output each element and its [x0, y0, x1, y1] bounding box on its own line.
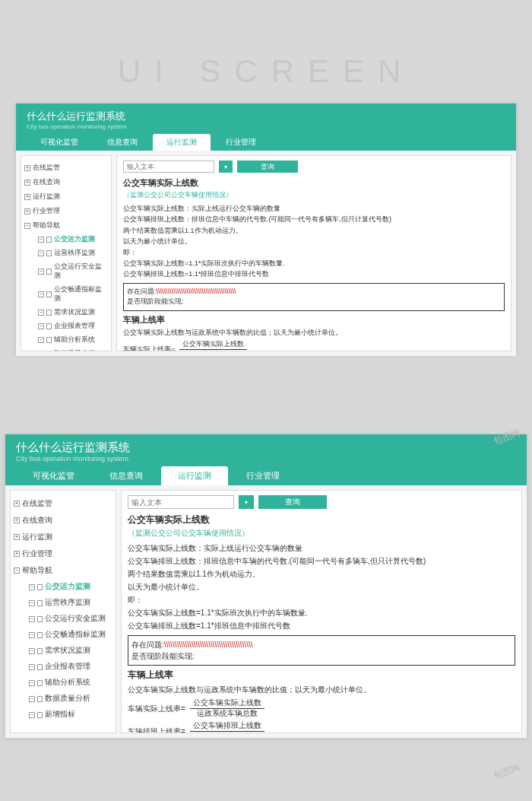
doc-icon [37, 600, 43, 606]
content-line: 公交车辆实际上线数=1.1*实际班次执行中的车辆数量. [128, 606, 515, 619]
sidebar-label: 辅助分析系统 [54, 335, 95, 345]
app-subtitle: City bus operation monitoring system [27, 123, 505, 130]
content-line: 两个结果数值需乘以1.1作为机动运力。 [123, 225, 505, 236]
expand-icon: + [24, 180, 30, 186]
sidebar-label: 辅助分析系统 [45, 678, 90, 688]
sidebar-label: 帮助导航 [22, 565, 52, 576]
sidebar-sub-quality[interactable]: −数据质量分析 [24, 347, 108, 351]
sidebar-sub-safety[interactable]: −公交运行安全监测 [14, 611, 112, 627]
sidebar-label: 在线监管 [22, 498, 52, 509]
search-input[interactable] [123, 161, 214, 173]
screenshot-large: 什么什么运行监测系统 City bus operation monitoring… [5, 434, 527, 738]
sidebar-label: 在线查询 [33, 177, 60, 187]
numerator: 公交车辆排班上线数 [190, 721, 264, 732]
sidebar-sub-safety[interactable]: −公交运行安全监测 [24, 260, 108, 283]
tab-monitor[interactable]: 运行监测 [161, 466, 228, 485]
page-overlay-title: UI SCREEN [0, 53, 532, 90]
app-subtitle: City bus operation monitoring system [16, 455, 516, 462]
sidebar-item-industry[interactable]: +行业管理 [24, 204, 108, 218]
denominator: 运政系统车辆总数 [179, 350, 247, 351]
collapse-icon: − [29, 648, 35, 654]
collapse-icon: − [29, 600, 35, 606]
doc-icon [37, 584, 43, 590]
fraction: 公交车辆实际上线数运政系统车辆总数 [190, 698, 264, 719]
content-line: 以天为最小统计单位。 [128, 580, 515, 593]
sidebar-sub-capacity[interactable]: −公交运力监测 [14, 579, 112, 595]
sidebar-sub-order[interactable]: −运营秩序监测 [24, 246, 108, 260]
tab-monitor[interactable]: 运行监测 [153, 134, 211, 151]
sidebar-item-online-query[interactable]: +在线查询 [24, 175, 108, 189]
dropdown-button[interactable]: ▾ [239, 495, 254, 509]
sidebar-sub-quality[interactable]: −数据质量分析 [14, 691, 112, 707]
sidebar-sub-flow[interactable]: −公交畅通指标监测 [14, 627, 112, 643]
sidebar-item-online-query[interactable]: +在线查询 [14, 512, 112, 529]
collapse-icon: − [29, 616, 35, 622]
expand-icon: + [24, 194, 30, 200]
sidebar-sub-demand[interactable]: −需求状况监测 [14, 643, 112, 659]
expand-icon: + [14, 551, 20, 557]
collapse-icon: − [24, 223, 30, 229]
expand-icon: + [14, 501, 20, 507]
dropdown-button[interactable]: ▾ [219, 161, 233, 173]
sidebar-sub-aux[interactable]: −辅助分析系统 [24, 333, 108, 347]
doc-icon [46, 310, 52, 316]
sidebar-sub-new[interactable]: −新增指标 [14, 707, 112, 723]
tab-info[interactable]: 信息查询 [93, 134, 151, 151]
sidebar-item-help[interactable]: −帮助导航 [14, 562, 112, 579]
tab-info[interactable]: 信息查询 [93, 466, 160, 485]
doc-icon [37, 680, 43, 686]
issue-box: 存在问题:\\\\\\\\\\\\\\\\\\\\\\\\\\\\\\\\\\\… [128, 635, 515, 666]
content-line: 即： [128, 593, 515, 606]
expand-icon: + [24, 165, 30, 171]
sidebar-item-monitor[interactable]: +运行监测 [14, 529, 112, 545]
content-line: 公交车辆排班上线数=1.1*排班信息中排班代号数 [128, 619, 515, 632]
denominator: 运政系统车辆总数 [190, 732, 264, 733]
sidebar-sub-order[interactable]: −运营秩序监测 [14, 595, 112, 611]
query-button[interactable]: 查询 [237, 161, 298, 173]
sidebar-sub-aux[interactable]: −辅助分析系统 [14, 675, 112, 691]
sidebar-item-online-supervise[interactable]: +在线监管 [24, 161, 108, 175]
numerator: 公交车辆实际上线数 [179, 340, 247, 350]
screenshot-small: 什么什么运行监测系统 City bus operation monitoring… [15, 103, 517, 354]
sidebar-label: 新增指标 [45, 710, 75, 720]
sidebar-sub-report[interactable]: −企业报表管理 [14, 659, 112, 675]
tab-industry[interactable]: 行业管理 [212, 134, 270, 151]
content-subtitle: （监测公交公司公交车辆使用情况） [128, 528, 515, 539]
tab-industry[interactable]: 行业管理 [230, 466, 296, 485]
sidebar-label: 公交运力监测 [54, 235, 95, 244]
collapse-icon: − [29, 664, 35, 670]
collapse-icon: − [38, 351, 44, 351]
formula-label: 车辆实际上线率= [128, 704, 185, 714]
sidebar-item-monitor[interactable]: +运行监测 [24, 189, 108, 204]
fraction: 公交车辆实际上线数运政系统车辆总数 [179, 340, 247, 351]
sidebar-sub-capacity[interactable]: −公交运力监测 [24, 233, 108, 246]
section2-desc: 公交车辆实际上线数与运政系统中车辆数的比值；以天为最小统计单位。 [123, 327, 505, 338]
watermark: 包图网 [492, 761, 522, 782]
formula-1: 车辆实际上线率= 公交车辆实际上线数运政系统车辆总数 [123, 340, 505, 351]
sidebar-item-help[interactable]: −帮助导航 [24, 218, 108, 233]
sidebar-sub-demand[interactable]: −需求状况监测 [24, 306, 108, 319]
doc-icon [37, 664, 43, 670]
search-input[interactable] [128, 495, 234, 509]
sidebar-label: 公交畅通指标监测 [45, 630, 106, 640]
collapse-icon: − [29, 712, 35, 718]
query-button[interactable]: 查询 [258, 495, 327, 509]
doc-icon [46, 250, 52, 256]
fraction: 公交车辆排班上线数运政系统车辆总数 [190, 721, 264, 733]
sidebar-item-industry[interactable]: +行业管理 [14, 545, 112, 562]
sidebar-sub-report[interactable]: −企业报表管理 [24, 319, 108, 333]
sidebar-item-online-supervise[interactable]: +在线监管 [14, 495, 112, 512]
sidebar-label: 在线监管 [33, 163, 60, 173]
sidebar-label: 企业报表管理 [45, 662, 90, 672]
content-title: 公交车辆实际上线数 [123, 177, 505, 189]
tab-visual[interactable]: 可视化监管 [27, 134, 92, 151]
sidebar-label: 行业管理 [33, 206, 60, 216]
collapse-icon: − [38, 237, 44, 243]
sidebar-label: 公交运行安全监测 [45, 614, 106, 624]
search-row: ▾ 查询 [123, 161, 505, 173]
sidebar-sub-flow[interactable]: −公交畅通指标监测 [24, 283, 108, 306]
doc-icon [37, 616, 43, 622]
tab-visual[interactable]: 可视化监管 [16, 466, 91, 485]
doc-icon [37, 632, 43, 638]
content-line: 公交车辆实际上线数：实际上线运行公交车辆的数量 [128, 542, 515, 555]
